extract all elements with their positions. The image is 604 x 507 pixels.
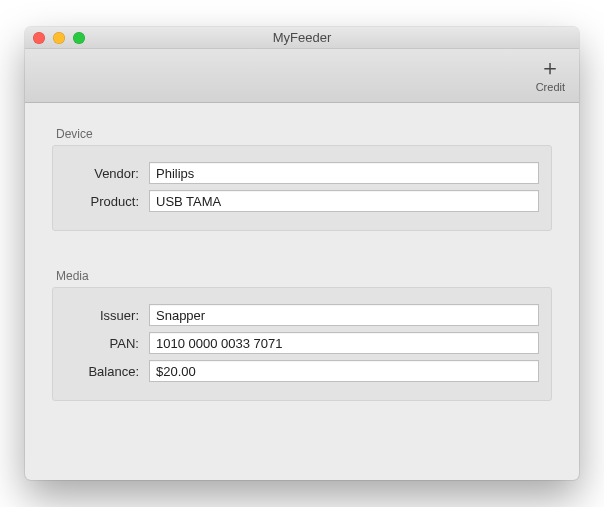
device-group: Vendor: Product: xyxy=(52,145,552,231)
issuer-field[interactable] xyxy=(149,304,539,326)
product-label: Product: xyxy=(65,194,149,209)
toolbar: ＋ Credit xyxy=(25,49,579,103)
media-section-title: Media xyxy=(56,269,552,283)
product-field[interactable] xyxy=(149,190,539,212)
product-row: Product: xyxy=(65,190,539,212)
close-icon[interactable] xyxy=(33,32,45,44)
minimize-icon[interactable] xyxy=(53,32,65,44)
plus-icon: ＋ xyxy=(539,57,561,79)
pan-row: PAN: xyxy=(65,332,539,354)
window-controls xyxy=(33,32,85,44)
vendor-field[interactable] xyxy=(149,162,539,184)
pan-field[interactable] xyxy=(149,332,539,354)
titlebar: MyFeeder xyxy=(25,27,579,49)
balance-field[interactable] xyxy=(149,360,539,382)
app-window: MyFeeder ＋ Credit Device Vendor: Product… xyxy=(25,27,579,480)
device-section-title: Device xyxy=(56,127,552,141)
vendor-row: Vendor: xyxy=(65,162,539,184)
media-group: Issuer: PAN: Balance: xyxy=(52,287,552,401)
credit-button[interactable]: ＋ Credit xyxy=(536,57,565,93)
window-title: MyFeeder xyxy=(25,30,579,45)
issuer-label: Issuer: xyxy=(65,308,149,323)
vendor-label: Vendor: xyxy=(65,166,149,181)
pan-label: PAN: xyxy=(65,336,149,351)
zoom-icon[interactable] xyxy=(73,32,85,44)
balance-row: Balance: xyxy=(65,360,539,382)
credit-button-label: Credit xyxy=(536,81,565,93)
issuer-row: Issuer: xyxy=(65,304,539,326)
balance-label: Balance: xyxy=(65,364,149,379)
content-area: Device Vendor: Product: Media Issuer: PA… xyxy=(25,103,579,480)
